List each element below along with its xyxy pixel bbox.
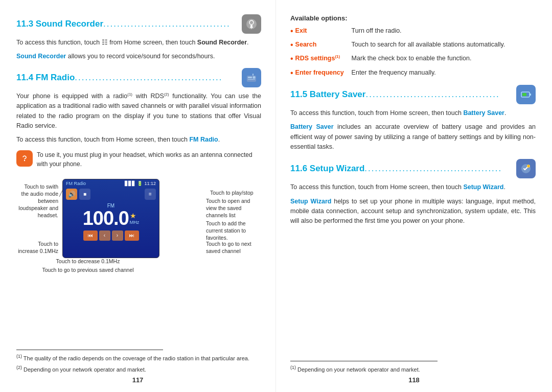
svg-rect-6 bbox=[248, 77, 252, 78]
fm-screenshot-wrapper: FM Radio ▊▊▊ 🔋 11:12 🔊 ■ ≡ FM bbox=[16, 174, 261, 276]
fm-phone-screen: FM Radio ▊▊▊ 🔋 11:12 🔊 ■ ≡ FM bbox=[62, 179, 159, 258]
fm-battery-status-icon: 🔋 bbox=[137, 181, 143, 186]
right-page: Available options: • Exit Turn off the r… bbox=[276, 0, 552, 392]
footnotes-left: (1) The quality of the radio depends on … bbox=[16, 350, 261, 374]
option-search-desc: Touch to search for all available statio… bbox=[352, 40, 505, 50]
option-search-label: Search bbox=[295, 40, 352, 50]
options-list: • Exit Turn off the radio. • Search Touc… bbox=[290, 26, 536, 78]
note-icon bbox=[16, 150, 33, 167]
footnote-divider-right bbox=[290, 361, 438, 361]
svg-line-12 bbox=[59, 189, 63, 197]
option-exit: • Exit Turn off the radio. bbox=[290, 26, 536, 36]
option-search: • Search Touch to search for all availab… bbox=[290, 40, 536, 50]
fm-dec-btn[interactable]: ‹ bbox=[99, 230, 110, 241]
fm-prev-btn[interactable]: ⏮ bbox=[83, 230, 98, 241]
ann-decrease: Touch to decrease 0.1MHz bbox=[47, 258, 129, 265]
fm-radio-icon bbox=[242, 68, 261, 87]
svg-rect-3 bbox=[250, 27, 253, 28]
fm-controls-row: 🔊 ■ ≡ bbox=[63, 188, 159, 201]
section-11-3-title: 11.3 Sound Recorder.....................… bbox=[16, 14, 261, 34]
fm-mhz-label: MHz bbox=[130, 220, 140, 225]
svg-rect-8 bbox=[248, 79, 255, 80]
section-11-4-title-text: 11.4 FM Radio...........................… bbox=[16, 73, 239, 83]
svg-point-11 bbox=[24, 160, 25, 161]
option-exit-desc: Turn off the radio. bbox=[352, 26, 402, 36]
svg-rect-9 bbox=[252, 74, 254, 76]
battery-saver-bold1: Battery Saver bbox=[463, 109, 504, 117]
fm-freq-unit-star: ★ MHz bbox=[130, 212, 140, 228]
svg-rect-14 bbox=[530, 94, 531, 96]
option-exit-label: Exit bbox=[295, 26, 352, 36]
fm-time: 11:12 bbox=[144, 181, 156, 186]
svg-rect-4 bbox=[251, 28, 252, 29]
section-11-5-title-text: 11.5 Battery Saver......................… bbox=[290, 89, 513, 100]
fm-inc-btn[interactable]: › bbox=[112, 230, 123, 241]
note-box: To use it, you must plug in your headset… bbox=[16, 150, 261, 169]
page-number-right: 118 bbox=[408, 376, 420, 384]
sound-recorder-icon bbox=[242, 14, 261, 34]
fm-next-btn[interactable]: ⏭ bbox=[125, 230, 139, 241]
ann-favorites: Touch to add the current station to favo… bbox=[206, 220, 261, 242]
section-11-3-title-text: 11.3 Sound Recorder.....................… bbox=[16, 19, 239, 29]
option-enter-freq-label: Enter frequency bbox=[295, 68, 352, 78]
sound-recorder-bold2: Sound Recorder bbox=[16, 53, 66, 60]
option-enter-freq: • Enter frequency Enter the frequency ma… bbox=[290, 68, 536, 78]
fm-radio-bold: FM Radio bbox=[189, 136, 218, 143]
fm-status-icons: ▊▊▊ 🔋 11:12 bbox=[125, 181, 156, 186]
bullet-search: • bbox=[290, 40, 293, 50]
option-enter-freq-desc: Enter the frequency manually. bbox=[352, 68, 436, 78]
sound-recorder-bold: Sound Recorder bbox=[197, 39, 247, 46]
fm-list-btn[interactable]: ≡ bbox=[145, 189, 156, 200]
ann-channels-list: Touch to open and view the saved channel… bbox=[206, 197, 261, 219]
footnote-left-2: (2) Depending on your network operator a… bbox=[16, 364, 261, 374]
fm-signal-icon: ▊▊▊ bbox=[125, 181, 135, 186]
note-text: To use it, you must plug in your headset… bbox=[37, 150, 261, 169]
section-11-5-body2: Battery Saver includes an accurate overv… bbox=[290, 122, 536, 152]
ann-prev-channel: Touch to go to previous saved channel bbox=[42, 266, 134, 273]
fm-speaker-btn[interactable]: 🔊 bbox=[66, 189, 77, 200]
ann-next-channel: Touch to go to next saved channel bbox=[206, 240, 261, 255]
setup-wizard-icon bbox=[516, 159, 536, 178]
setup-wizard-bold1: Setup Wizard bbox=[463, 183, 503, 191]
fm-stop-btn[interactable]: ■ bbox=[79, 189, 90, 200]
section-11-6-body2: Setup Wizard helps to set up your phone … bbox=[290, 197, 536, 226]
fm-freq-display: 100.0 ★ MHz bbox=[63, 209, 159, 228]
fm-nav-row: ⏮ ‹ › ⏭ bbox=[63, 229, 159, 242]
footnote-right-1: (1) Depending on your network operator a… bbox=[290, 364, 536, 374]
svg-point-7 bbox=[253, 76, 256, 79]
footnotes-right: (1) Depending on your network operator a… bbox=[290, 361, 536, 374]
svg-rect-2 bbox=[250, 25, 252, 27]
option-rds-desc: Mark the check box to enable the functio… bbox=[352, 54, 472, 63]
footnote-divider-left bbox=[16, 350, 163, 350]
battery-saver-bold2: Battery Saver bbox=[290, 123, 334, 130]
left-page: 11.3 Sound Recorder.....................… bbox=[0, 0, 276, 392]
fm-frequency-area: FM 100.0 ★ MHz bbox=[63, 201, 159, 229]
svg-point-10 bbox=[20, 154, 29, 163]
option-rds: • RDS settings(1) Mark the check box to … bbox=[290, 54, 536, 63]
section-11-4-body1: Your phone is equipped with a radio(1) w… bbox=[16, 91, 261, 131]
section-11-4-title: 11.4 FM Radio...........................… bbox=[16, 68, 261, 87]
footnote-left-1: (1) The quality of the radio depends on … bbox=[16, 353, 261, 362]
section-11-3-body1: To access this function, touch ☷ from Ho… bbox=[16, 38, 261, 48]
page-number-left: 117 bbox=[132, 376, 144, 384]
section-11-4-body2: To access this function, touch from Home… bbox=[16, 135, 261, 145]
fm-star-icon: ★ bbox=[130, 212, 136, 220]
section-11-5-body1: To access this function, touch from Home… bbox=[290, 108, 536, 118]
bullet-exit: • bbox=[290, 26, 293, 36]
section-11-3-body2: Sound Recorder allows you to record voic… bbox=[16, 52, 261, 61]
ann-speaker-line bbox=[59, 188, 64, 197]
section-11-5-title: 11.5 Battery Saver......................… bbox=[290, 85, 536, 104]
bullet-rds: • bbox=[290, 54, 293, 63]
fm-status-bar: FM Radio ▊▊▊ 🔋 11:12 bbox=[63, 179, 159, 188]
section-11-6-title: 11.6 Setup Wizard.......................… bbox=[290, 159, 536, 178]
battery-saver-icon bbox=[516, 85, 536, 104]
fm-radio-label: FM Radio bbox=[66, 181, 86, 186]
available-options-title: Available options: bbox=[290, 14, 536, 22]
setup-wizard-bold2: Setup Wizard bbox=[290, 198, 331, 205]
section-11-6-body1: To access this function, touch from Home… bbox=[290, 182, 536, 192]
fm-frequency-number: 100.0 bbox=[83, 209, 129, 228]
ann-speaker: Touch to swith the audio mode between lo… bbox=[16, 183, 58, 219]
bullet-enter-freq: • bbox=[290, 68, 293, 78]
section-11-6-title-text: 11.6 Setup Wizard.......................… bbox=[290, 164, 513, 174]
page: 11.3 Sound Recorder.....................… bbox=[0, 0, 552, 392]
